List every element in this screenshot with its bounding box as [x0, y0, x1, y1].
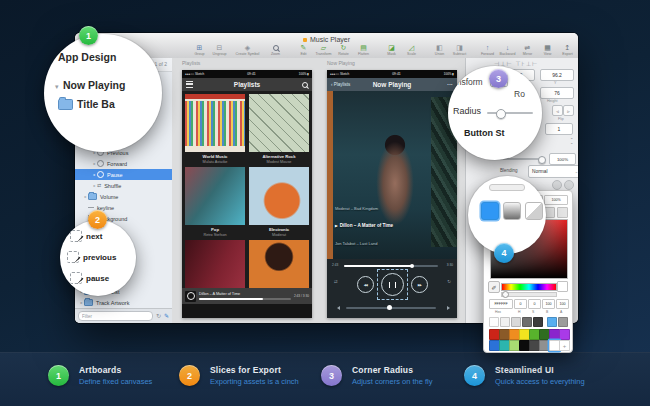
toolbar-union-button[interactable]: ◧Union	[431, 44, 448, 56]
artboard-label-playlists[interactable]: Playlists	[182, 60, 200, 66]
mini-player-progress[interactable]	[199, 298, 291, 300]
remove-style-button[interactable]	[564, 180, 574, 190]
layer-row-keyline-2[interactable]: keyline	[75, 202, 172, 213]
back-button[interactable]: ‹ Playlists	[331, 82, 350, 87]
flip-horizontal-button[interactable]: ◃	[552, 105, 563, 116]
noise-button[interactable]	[557, 207, 568, 218]
playlist-tile[interactable]	[185, 240, 245, 288]
toolbar-mask-button[interactable]: ◪Mask	[383, 44, 400, 56]
radius-thumb[interactable]	[496, 109, 506, 119]
toolbar-flatten-button[interactable]: ▤Flatten	[355, 44, 372, 56]
h-label: H	[518, 310, 520, 314]
slice-tool-icon[interactable]: ✎	[164, 313, 169, 319]
more-icon[interactable]: •••	[447, 82, 453, 87]
feature-2-number: 2	[187, 371, 192, 381]
alpha-slider[interactable]	[501, 292, 557, 297]
saturation-field[interactable]: 0	[528, 299, 541, 309]
layer-row-pause-selected[interactable]: ▸Pause	[75, 169, 172, 180]
layer-row-volume[interactable]: ▸Volume	[75, 191, 172, 202]
eyedropper-icon[interactable]: ✐	[488, 281, 500, 293]
playlist-tile[interactable]: Electronic Moderat	[249, 167, 309, 237]
color-swatch[interactable]	[559, 329, 570, 340]
y-position-field[interactable]: 96.2	[540, 69, 574, 81]
artboard-now-playing[interactable]: ●●●○○ Sketch 09:41 100% ▮ Now Playing ‹ …	[327, 70, 457, 318]
menu-icon[interactable]	[186, 81, 193, 88]
refresh-icon[interactable]: ↻	[156, 313, 161, 319]
toolbar-mirror-button[interactable]: ⇌Mirror	[519, 44, 536, 56]
queue-current-track[interactable]: ▶Dillon – A Matter of Time	[335, 223, 449, 228]
queue-next-track[interactable]: Jon Talabot – Last Land	[335, 241, 449, 246]
playlist-tile[interactable]	[249, 240, 309, 288]
brightness-field[interactable]: 100	[542, 299, 555, 309]
playlist-tile[interactable]: Pop Retro Stefson	[185, 167, 245, 237]
toolbar-create-symbol-button[interactable]: ◈Create Symbol	[239, 44, 256, 56]
grey-swatch[interactable]	[558, 317, 568, 327]
rotate-field[interactable]: 1	[545, 123, 573, 135]
toolbar-zoom-button[interactable]: Zoom	[267, 44, 284, 56]
grey-swatch[interactable]	[489, 317, 499, 327]
canvas[interactable]: Playlists Now Playing ●●●○○ Sketch 09:41…	[172, 58, 466, 323]
layer-row-track-artwork[interactable]: ▸Track Artwork	[75, 297, 172, 308]
toolbar-export-button[interactable]: ↥Export	[559, 44, 576, 56]
shuffle-icon: ⇄	[97, 183, 101, 188]
layer-row-shuffle[interactable]: ▸⇄Shuffle	[75, 180, 172, 191]
blue-swatch[interactable]	[547, 317, 557, 327]
repeat-icon[interactable]: ↻	[447, 279, 451, 284]
toolbar-forward-button[interactable]: ↑Forward	[479, 44, 496, 56]
blending-dropdown[interactable]: Normal⌄	[528, 165, 578, 178]
grey-swatch[interactable]	[500, 317, 510, 327]
playlist-tile[interactable]: Alternative Rock Modest Mouse	[249, 94, 309, 164]
toolbar-backward-button[interactable]: ↓Backward	[499, 44, 516, 56]
hue-field[interactable]: 0	[514, 299, 527, 309]
artboard-playlists[interactable]: ●●●○○ Sketch 09:41 100% ▮ Playlists Worl…	[182, 70, 312, 318]
playlist-tile[interactable]: World Music Mulatu Astatke	[185, 94, 245, 164]
hex-field[interactable]: FFFFFF	[489, 299, 513, 309]
artboard-label-now-playing[interactable]: Now Playing	[327, 60, 355, 66]
grey-swatch[interactable]	[533, 317, 543, 327]
flip-vertical-button[interactable]: ▹	[563, 105, 574, 116]
toolbar-subtract-button[interactable]: ◨Subtract	[451, 44, 468, 56]
mini-player[interactable]: Dillon – A Matter of Time 2:43 / 3:30	[182, 288, 312, 304]
image-fill-tab[interactable]	[525, 202, 543, 220]
style-stepper[interactable]: ⌃⌄	[570, 138, 573, 145]
folder-icon	[88, 193, 97, 200]
grey-swatch[interactable]	[522, 317, 532, 327]
feature-streamlined-ui: 4 Steamlined UI Quick access to everythi…	[464, 365, 585, 386]
opacity-thumb[interactable]	[538, 156, 546, 164]
grey-swatch[interactable]	[511, 317, 521, 327]
opacity-field[interactable]: 100%	[549, 153, 576, 165]
layer-row-forward[interactable]: ▸Forward	[75, 158, 172, 169]
gradient-fill-tab[interactable]	[503, 202, 521, 220]
toolbar-group-button[interactable]: ⊞Group	[191, 44, 208, 56]
volume-thumb[interactable]	[387, 305, 392, 310]
queue-previous-track[interactable]: Moderat – Bad Kingdom	[335, 206, 449, 211]
shuffle-icon[interactable]: ⇄	[334, 279, 338, 284]
filter-input[interactable]	[78, 311, 153, 321]
feature-2-subtitle: Exporting assets is a cinch	[210, 377, 299, 386]
window-chrome: Music Player ⊞Group ⊟Ungroup ◈Create Sym…	[75, 33, 578, 59]
toolbar-transform-button[interactable]: ▱Transform	[315, 44, 332, 56]
progress-bar[interactable]	[344, 265, 438, 267]
toolbar-scale-button[interactable]: ◿Scale	[403, 44, 420, 56]
toolbar-view-button[interactable]: ▦View	[539, 44, 556, 56]
feature-slices: 2 Slices for Export Exporting assets is …	[179, 365, 299, 386]
hue-slider[interactable]	[501, 283, 557, 291]
toolbar-edit-button[interactable]: ✎Edit	[295, 44, 312, 56]
chevron-down-icon: ▾	[55, 83, 59, 90]
toolbar-ungroup-button[interactable]: ⊟Ungroup	[211, 44, 228, 56]
alpha-field[interactable]: 100	[556, 299, 569, 309]
alpha-thumb[interactable]	[502, 291, 509, 298]
add-swatch-button[interactable]: +	[559, 340, 570, 351]
search-icon[interactable]	[302, 82, 308, 88]
feature-4-number-badge: 4	[464, 365, 485, 386]
add-style-button[interactable]	[552, 180, 562, 190]
previous-button[interactable]: ◀◀	[357, 276, 374, 293]
toolbar-rotate-button[interactable]: ↻Rotate	[335, 44, 352, 56]
fill-opacity-field[interactable]: 100%	[544, 195, 568, 205]
feature-3-title: Corner Radius	[352, 365, 432, 375]
flat-color-fill-tab[interactable]	[481, 202, 499, 220]
selection-outline	[377, 269, 408, 300]
radius-slider[interactable]	[487, 112, 533, 114]
next-button[interactable]: ▶▶	[411, 276, 428, 293]
height-field[interactable]: 76	[540, 87, 574, 99]
